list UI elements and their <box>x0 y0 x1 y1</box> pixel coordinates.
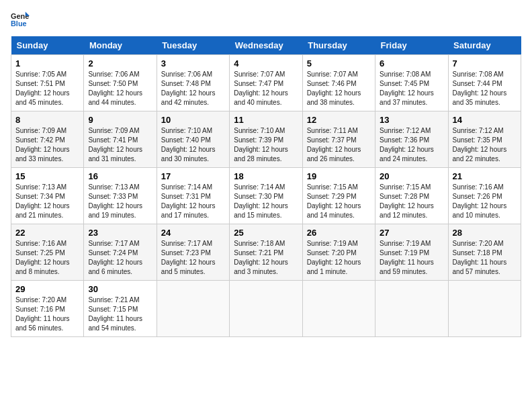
day-number: 23 <box>88 228 152 238</box>
day-info: Sunrise: 7:09 AMSunset: 7:42 PMDaylight:… <box>15 126 79 164</box>
calendar-day-cell: 17Sunrise: 7:14 AMSunset: 7:31 PMDayligh… <box>157 168 229 224</box>
day-number: 4 <box>234 58 298 68</box>
calendar-day-cell: 5Sunrise: 7:07 AMSunset: 7:46 PMDaylight… <box>302 55 375 111</box>
day-number: 20 <box>380 171 443 181</box>
day-number: 2 <box>88 58 152 68</box>
day-info: Sunrise: 7:20 AMSunset: 7:16 PMDaylight:… <box>15 295 79 333</box>
day-number: 11 <box>234 115 298 125</box>
day-info: Sunrise: 7:15 AMSunset: 7:29 PMDaylight:… <box>307 183 371 220</box>
calendar-week-row: 15Sunrise: 7:13 AMSunset: 7:34 PMDayligh… <box>11 168 521 224</box>
day-info: Sunrise: 7:13 AMSunset: 7:33 PMDaylight:… <box>88 183 152 220</box>
calendar-day-cell: 11Sunrise: 7:10 AMSunset: 7:39 PMDayligh… <box>230 111 302 168</box>
calendar-day-cell: 3Sunrise: 7:06 AMSunset: 7:48 PMDaylight… <box>157 55 229 111</box>
calendar-day-cell: 23Sunrise: 7:17 AMSunset: 7:24 PMDayligh… <box>84 224 157 281</box>
calendar-day-cell: 20Sunrise: 7:15 AMSunset: 7:28 PMDayligh… <box>375 168 448 224</box>
calendar-day-cell: 28Sunrise: 7:20 AMSunset: 7:18 PMDayligh… <box>448 224 521 281</box>
day-info: Sunrise: 7:08 AMSunset: 7:44 PMDaylight:… <box>453 70 517 107</box>
logo-icon: General Blue <box>11 11 30 30</box>
day-info: Sunrise: 7:09 AMSunset: 7:41 PMDaylight:… <box>88 126 152 164</box>
calendar-day-cell: 29Sunrise: 7:20 AMSunset: 7:16 PMDayligh… <box>11 281 84 337</box>
day-number: 5 <box>307 58 371 68</box>
calendar-day-cell: 21Sunrise: 7:16 AMSunset: 7:26 PMDayligh… <box>448 168 521 224</box>
day-info: Sunrise: 7:10 AMSunset: 7:39 PMDaylight:… <box>234 126 298 164</box>
day-info: Sunrise: 7:12 AMSunset: 7:36 PMDaylight:… <box>380 126 443 164</box>
calendar-day-cell: 18Sunrise: 7:14 AMSunset: 7:30 PMDayligh… <box>230 168 302 224</box>
day-info: Sunrise: 7:11 AMSunset: 7:37 PMDaylight:… <box>307 126 371 164</box>
calendar-day-cell: 13Sunrise: 7:12 AMSunset: 7:36 PMDayligh… <box>375 111 448 168</box>
header-wednesday: Wednesday <box>230 36 302 55</box>
calendar-day-cell: 19Sunrise: 7:15 AMSunset: 7:29 PMDayligh… <box>302 168 375 224</box>
day-number: 9 <box>88 115 152 125</box>
calendar-day-cell: 1Sunrise: 7:05 AMSunset: 7:51 PMDaylight… <box>11 55 84 111</box>
calendar-week-row: 1Sunrise: 7:05 AMSunset: 7:51 PMDaylight… <box>11 55 521 111</box>
day-number: 6 <box>380 58 443 68</box>
empty-cell <box>157 281 229 337</box>
day-info: Sunrise: 7:05 AMSunset: 7:51 PMDaylight:… <box>15 70 79 107</box>
day-number: 13 <box>380 115 443 125</box>
day-number: 27 <box>380 228 443 238</box>
day-number: 10 <box>161 115 225 125</box>
empty-cell <box>230 281 302 337</box>
calendar-day-cell: 26Sunrise: 7:19 AMSunset: 7:20 PMDayligh… <box>302 224 375 281</box>
empty-cell <box>302 281 375 337</box>
calendar-day-cell: 2Sunrise: 7:06 AMSunset: 7:50 PMDaylight… <box>84 55 157 111</box>
day-number: 17 <box>161 171 225 181</box>
calendar-week-row: 22Sunrise: 7:16 AMSunset: 7:25 PMDayligh… <box>11 224 521 281</box>
day-info: Sunrise: 7:20 AMSunset: 7:18 PMDaylight:… <box>453 239 517 277</box>
day-info: Sunrise: 7:19 AMSunset: 7:20 PMDaylight:… <box>307 239 371 277</box>
calendar-table: SundayMondayTuesdayWednesdayThursdayFrid… <box>11 36 521 337</box>
day-number: 15 <box>15 171 79 181</box>
day-info: Sunrise: 7:10 AMSunset: 7:40 PMDaylight:… <box>161 126 225 164</box>
logo: General Blue <box>11 11 30 30</box>
day-info: Sunrise: 7:06 AMSunset: 7:48 PMDaylight:… <box>161 70 225 107</box>
day-info: Sunrise: 7:21 AMSunset: 7:15 PMDaylight:… <box>88 295 152 333</box>
header-saturday: Saturday <box>448 36 521 55</box>
day-info: Sunrise: 7:08 AMSunset: 7:45 PMDaylight:… <box>380 70 443 107</box>
calendar-day-cell: 24Sunrise: 7:17 AMSunset: 7:23 PMDayligh… <box>157 224 229 281</box>
calendar-day-cell: 6Sunrise: 7:08 AMSunset: 7:45 PMDaylight… <box>375 55 448 111</box>
calendar-week-row: 29Sunrise: 7:20 AMSunset: 7:16 PMDayligh… <box>11 281 521 337</box>
day-number: 1 <box>15 58 79 68</box>
day-number: 19 <box>307 171 371 181</box>
calendar-day-cell: 14Sunrise: 7:12 AMSunset: 7:35 PMDayligh… <box>448 111 521 168</box>
calendar-day-cell: 15Sunrise: 7:13 AMSunset: 7:34 PMDayligh… <box>11 168 84 224</box>
day-number: 12 <box>307 115 371 125</box>
day-info: Sunrise: 7:17 AMSunset: 7:23 PMDaylight:… <box>161 239 225 277</box>
day-number: 16 <box>88 171 152 181</box>
day-number: 8 <box>15 115 79 125</box>
calendar-header-row: SundayMondayTuesdayWednesdayThursdayFrid… <box>11 36 521 55</box>
page-header: General Blue <box>11 11 521 30</box>
day-info: Sunrise: 7:15 AMSunset: 7:28 PMDaylight:… <box>380 183 443 220</box>
header-friday: Friday <box>375 36 448 55</box>
calendar-week-row: 8Sunrise: 7:09 AMSunset: 7:42 PMDaylight… <box>11 111 521 168</box>
day-number: 24 <box>161 228 225 238</box>
day-number: 29 <box>15 284 79 294</box>
day-info: Sunrise: 7:16 AMSunset: 7:25 PMDaylight:… <box>15 239 79 277</box>
day-number: 7 <box>453 58 517 68</box>
day-info: Sunrise: 7:17 AMSunset: 7:24 PMDaylight:… <box>88 239 152 277</box>
empty-cell <box>448 281 521 337</box>
day-number: 28 <box>453 228 517 238</box>
calendar-day-cell: 7Sunrise: 7:08 AMSunset: 7:44 PMDaylight… <box>448 55 521 111</box>
day-info: Sunrise: 7:07 AMSunset: 7:47 PMDaylight:… <box>234 70 298 107</box>
day-info: Sunrise: 7:14 AMSunset: 7:31 PMDaylight:… <box>161 183 225 220</box>
calendar-day-cell: 25Sunrise: 7:18 AMSunset: 7:21 PMDayligh… <box>230 224 302 281</box>
calendar-day-cell: 10Sunrise: 7:10 AMSunset: 7:40 PMDayligh… <box>157 111 229 168</box>
day-number: 21 <box>453 171 517 181</box>
svg-text:Blue: Blue <box>11 19 27 28</box>
header-sunday: Sunday <box>11 36 84 55</box>
day-info: Sunrise: 7:07 AMSunset: 7:46 PMDaylight:… <box>307 70 371 107</box>
calendar-day-cell: 22Sunrise: 7:16 AMSunset: 7:25 PMDayligh… <box>11 224 84 281</box>
day-number: 22 <box>15 228 79 238</box>
day-info: Sunrise: 7:18 AMSunset: 7:21 PMDaylight:… <box>234 239 298 277</box>
day-number: 3 <box>161 58 225 68</box>
header-tuesday: Tuesday <box>157 36 229 55</box>
calendar-day-cell: 27Sunrise: 7:19 AMSunset: 7:19 PMDayligh… <box>375 224 448 281</box>
day-number: 18 <box>234 171 298 181</box>
calendar-day-cell: 30Sunrise: 7:21 AMSunset: 7:15 PMDayligh… <box>84 281 157 337</box>
day-number: 25 <box>234 228 298 238</box>
day-info: Sunrise: 7:19 AMSunset: 7:19 PMDaylight:… <box>380 239 443 277</box>
calendar-day-cell: 16Sunrise: 7:13 AMSunset: 7:33 PMDayligh… <box>84 168 157 224</box>
calendar-day-cell: 8Sunrise: 7:09 AMSunset: 7:42 PMDaylight… <box>11 111 84 168</box>
calendar-day-cell: 4Sunrise: 7:07 AMSunset: 7:47 PMDaylight… <box>230 55 302 111</box>
